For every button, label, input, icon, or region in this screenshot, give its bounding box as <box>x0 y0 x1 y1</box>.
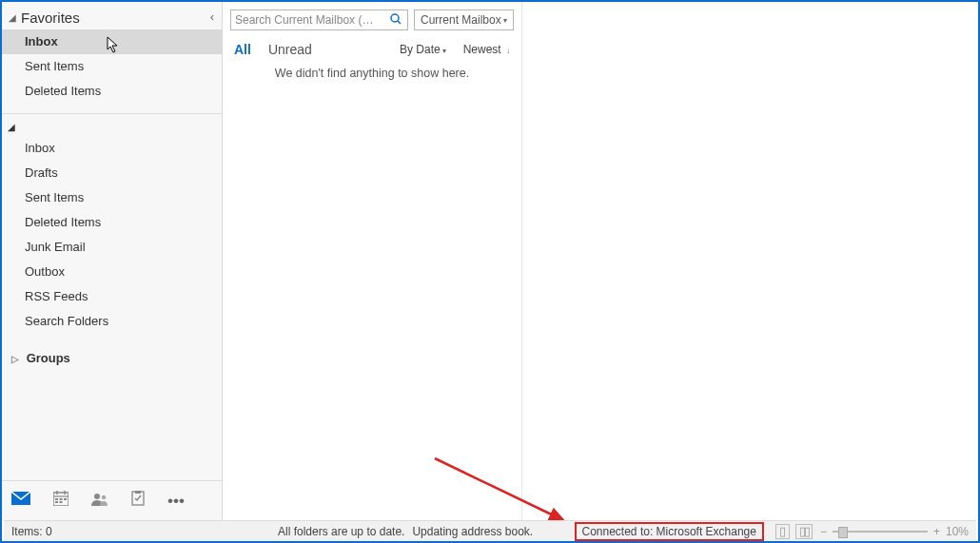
collapse-pane-icon[interactable]: ‹ <box>210 10 214 24</box>
folder-inbox[interactable]: Inbox <box>2 136 222 161</box>
svg-point-11 <box>102 495 107 499</box>
svg-rect-9 <box>60 501 63 503</box>
message-list-pane: Search Current Mailbox (… Current Mailbo… <box>223 2 522 520</box>
status-connection: Connected to: Microsoft Exchange <box>575 522 764 541</box>
caret-down-icon: ◢ <box>8 12 17 23</box>
status-bar: Items: 0 All folders are up to date. Upd… <box>4 520 976 541</box>
view-normal-icon[interactable]: ▯ <box>775 524 790 539</box>
zoom-in-button[interactable]: + <box>933 525 940 538</box>
search-scope-dropdown[interactable]: Current Mailbox ▾ <box>414 10 514 30</box>
folder-drafts[interactable]: Drafts <box>2 161 222 185</box>
favorites-sent-items[interactable]: Sent Items <box>2 54 222 79</box>
mail-icon[interactable] <box>11 491 30 511</box>
groups-header[interactable]: ▷ Groups <box>2 345 222 369</box>
favorites-inbox[interactable]: Inbox <box>2 29 222 54</box>
folder-pane: ◢ Favorites ‹ Inbox Sent Items Deleted I… <box>2 2 223 520</box>
zoom-slider[interactable] <box>833 531 928 533</box>
svg-rect-6 <box>60 498 63 500</box>
filter-all[interactable]: All <box>234 42 251 57</box>
zoom-out-button[interactable]: − <box>820 525 827 538</box>
overflow-icon[interactable]: ••• <box>167 492 185 511</box>
svg-line-15 <box>398 21 401 24</box>
zoom-control: − + 10% <box>820 525 969 538</box>
folder-rss-feeds[interactable]: RSS Feeds <box>2 284 222 309</box>
favorites-deleted-items[interactable]: Deleted Items <box>2 79 222 104</box>
favorites-header[interactable]: ◢ Favorites ‹ <box>2 6 222 29</box>
tasks-icon[interactable] <box>131 491 145 511</box>
nav-bar: ••• <box>2 480 222 520</box>
folder-outbox[interactable]: Outbox <box>2 260 222 284</box>
svg-rect-13 <box>135 491 141 494</box>
search-icon[interactable] <box>390 13 402 28</box>
reading-pane <box>522 2 978 520</box>
svg-rect-7 <box>64 498 67 500</box>
folder-junk-email[interactable]: Junk Email <box>2 235 222 260</box>
filter-row: All Unread By Date▾ Newest ↓ <box>223 38 521 63</box>
status-sync: All folders are up to date. <box>278 525 404 538</box>
view-reading-icon[interactable]: ▯▯ <box>795 524 813 539</box>
caret-down-icon: ◢ <box>8 122 15 132</box>
sort-order-dropdown[interactable]: Newest ↓ <box>463 43 510 56</box>
svg-point-14 <box>391 14 399 22</box>
people-icon[interactable] <box>91 492 108 511</box>
folder-search-folders[interactable]: Search Folders <box>2 309 222 334</box>
account-header[interactable]: ◢ <box>2 113 222 136</box>
svg-point-10 <box>94 494 100 499</box>
favorites-label: Favorites <box>21 10 80 26</box>
arrow-down-icon: ↓ <box>506 47 510 55</box>
status-items-count: Items: 0 <box>11 525 278 538</box>
svg-rect-5 <box>55 498 58 500</box>
view-switcher: ▯ ▯▯ <box>775 524 813 539</box>
filter-unread[interactable]: Unread <box>268 42 312 57</box>
zoom-percent: 10% <box>946 525 969 538</box>
folder-deleted-items[interactable]: Deleted Items <box>2 210 222 235</box>
svg-rect-8 <box>55 501 58 503</box>
chevron-down-icon: ▾ <box>503 16 507 25</box>
caret-right-icon: ▷ <box>11 354 21 364</box>
folder-sent-items[interactable]: Sent Items <box>2 185 222 210</box>
sort-by-dropdown[interactable]: By Date▾ <box>400 43 446 56</box>
chevron-down-icon: ▾ <box>442 47 446 55</box>
search-input[interactable]: Search Current Mailbox (… <box>230 10 408 30</box>
status-task: Updating address book. <box>412 525 533 538</box>
empty-state-text: We didn't find anything to show here. <box>223 63 521 84</box>
calendar-icon[interactable] <box>53 491 69 511</box>
